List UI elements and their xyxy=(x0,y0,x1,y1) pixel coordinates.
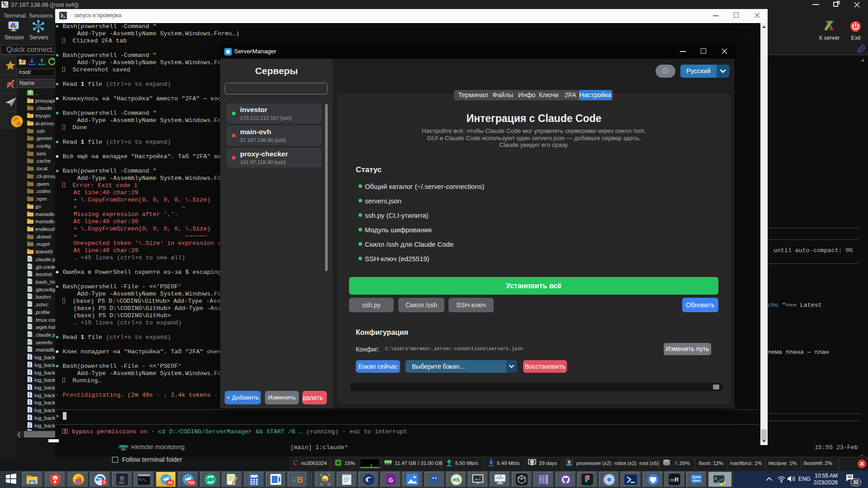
svg-text:G: G xyxy=(388,477,393,483)
svg-text:B: B xyxy=(297,475,303,484)
svg-text:utmo: utmo xyxy=(692,479,700,482)
svg-text:HS: HS xyxy=(453,477,459,483)
svg-text:m: m xyxy=(670,477,675,483)
svg-text:Quick: Quick xyxy=(692,475,701,479)
svg-text:R: R xyxy=(675,476,679,483)
svg-text:FRKY: FRKY xyxy=(119,482,126,484)
svg-text:C:\_: C:\_ xyxy=(139,478,147,482)
